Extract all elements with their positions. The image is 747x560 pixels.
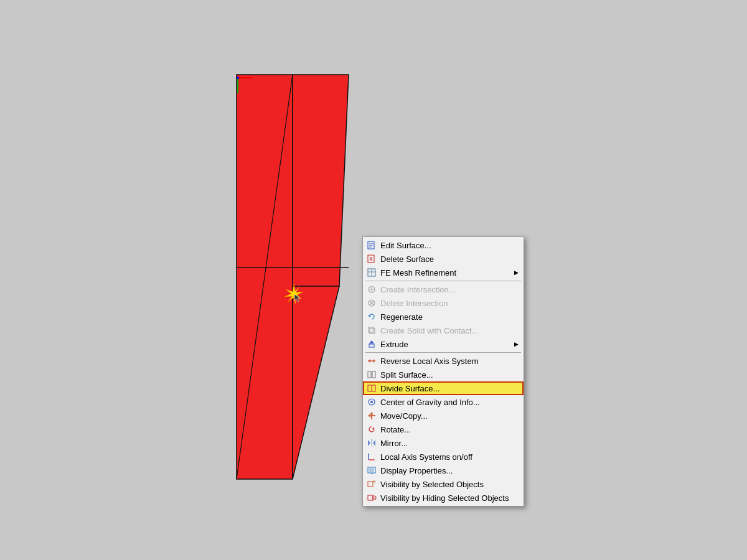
menu-item-rotate[interactable]: Rotate...	[363, 422, 524, 436]
fe-mesh-label: FE Mesh Refinement	[380, 268, 509, 278]
split-surface-label: Split Surface...	[380, 370, 519, 380]
menu-item-local-axis[interactable]: Local Axis Systems on/off	[363, 450, 524, 464]
menu-item-create-solid: Create Solid with Contact...	[363, 324, 524, 337]
split-surface-icon	[365, 370, 378, 380]
divide-surface-label: Divide Surface...	[380, 384, 519, 393]
fe-mesh-icon	[365, 268, 378, 278]
menu-item-visibility-hiding[interactable]: Visibility by Hiding Selected Objects	[363, 491, 524, 505]
mirror-label: Mirror...	[380, 439, 519, 448]
edit-surface-label: Edit Surface...	[380, 241, 519, 250]
menu-item-regenerate[interactable]: Regenerate	[363, 310, 524, 324]
svg-marker-46	[372, 427, 374, 429]
rotate-label: Rotate...	[380, 425, 519, 434]
surface-shape	[224, 56, 386, 492]
create-intersection-label: Create Intersection...	[380, 285, 519, 294]
menu-item-mirror[interactable]: Mirror...	[363, 436, 524, 450]
create-solid-icon	[365, 325, 378, 335]
center-gravity-label: Center of Gravity and Info...	[380, 398, 519, 407]
display-props-label: Display Properties...	[380, 466, 519, 475]
svg-rect-38	[372, 371, 375, 378]
svg-marker-47	[368, 440, 370, 446]
viewport: Edit Surface... Delete Surface FE Mesh R…	[0, 0, 747, 560]
regenerate-icon	[365, 312, 378, 322]
svg-marker-8	[284, 284, 303, 304]
visibility-selected-icon	[365, 479, 378, 489]
edit-surface-icon	[365, 240, 378, 250]
svg-rect-54	[368, 467, 375, 473]
delete-surface-label: Delete Surface	[380, 254, 519, 264]
menu-item-visibility-selected[interactable]: Visibility by Selected Objects	[363, 477, 524, 491]
menu-item-edit-surface[interactable]: Edit Surface...	[363, 238, 524, 252]
menu-item-divide-surface[interactable]: Divide Surface...	[363, 381, 524, 395]
cursor-sparkle	[283, 283, 302, 302]
menu-item-fe-mesh[interactable]: FE Mesh Refinement ▶	[363, 266, 524, 279]
center-gravity-icon	[365, 397, 378, 407]
svg-marker-35	[368, 359, 370, 363]
svg-point-43	[370, 401, 373, 403]
mirror-icon	[365, 438, 378, 448]
extrude-label: Extrude	[380, 340, 509, 349]
svg-marker-48	[373, 440, 375, 446]
regenerate-label: Regenerate	[380, 312, 519, 322]
move-copy-icon	[365, 411, 378, 421]
rotate-icon	[365, 424, 378, 434]
menu-item-move-copy[interactable]: Move/Copy...	[363, 409, 524, 422]
svg-marker-52	[368, 453, 369, 455]
create-solid-label: Create Solid with Contact...	[380, 326, 519, 335]
menu-item-center-gravity[interactable]: Center of Gravity and Info...	[363, 395, 524, 409]
delete-intersection-label: Delete Intersection	[380, 299, 519, 308]
svg-rect-37	[368, 371, 371, 378]
separator-1	[365, 281, 521, 281]
visibility-hiding-label: Visibility by Hiding Selected Objects	[380, 493, 519, 503]
menu-item-reverse-local[interactable]: Reverse Local Axis System	[363, 354, 524, 368]
context-menu: Edit Surface... Delete Surface FE Mesh R…	[362, 236, 524, 506]
extrude-icon	[365, 339, 378, 349]
reverse-local-icon	[365, 356, 378, 366]
menu-item-display-props[interactable]: Display Properties...	[363, 464, 524, 477]
svg-rect-28	[370, 329, 375, 334]
menu-item-split-surface[interactable]: Split Surface...	[363, 368, 524, 381]
menu-item-create-intersection: Create Intersection...	[363, 282, 524, 296]
svg-marker-1	[293, 75, 349, 286]
delete-intersection-icon	[365, 298, 378, 308]
menu-item-delete-surface[interactable]: Delete Surface	[363, 252, 524, 266]
svg-marker-2	[293, 286, 339, 479]
extrude-arrow: ▶	[514, 341, 519, 347]
local-axis-icon	[365, 452, 378, 462]
svg-point-6	[237, 77, 239, 79]
local-axis-label: Local Axis Systems on/off	[380, 452, 519, 462]
delete-surface-icon	[365, 254, 378, 264]
svg-marker-33	[369, 340, 374, 343]
svg-rect-32	[369, 344, 374, 347]
fe-mesh-arrow: ▶	[514, 269, 519, 276]
display-props-icon	[365, 465, 378, 475]
create-intersection-icon	[365, 284, 378, 294]
visibility-hiding-icon	[365, 493, 378, 503]
visibility-selected-label: Visibility by Selected Objects	[380, 480, 519, 489]
separator-2	[365, 352, 521, 353]
divide-surface-icon	[365, 383, 378, 393]
svg-rect-58	[368, 482, 373, 487]
move-copy-label: Move/Copy...	[380, 411, 519, 421]
menu-item-extrude[interactable]: Extrude ▶	[363, 337, 524, 351]
svg-marker-36	[373, 359, 375, 363]
reverse-local-label: Reverse Local Axis System	[380, 357, 519, 366]
menu-item-delete-intersection: Delete Intersection	[363, 296, 524, 310]
svg-marker-53	[374, 459, 375, 460]
